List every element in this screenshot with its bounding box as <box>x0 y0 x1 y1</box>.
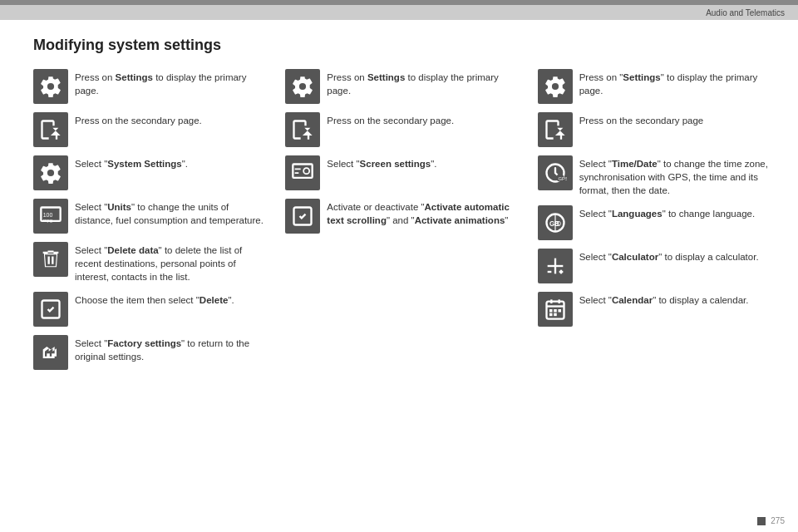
item-text: Activate or deactivate "Activate automat… <box>327 199 520 227</box>
item-text: Select "Time/Date" to change the time zo… <box>579 155 773 197</box>
list-item: Select "Factory settings" to return to t… <box>33 335 268 370</box>
units-icon: 100mpg <box>33 199 68 234</box>
svg-rect-23 <box>549 309 553 313</box>
list-item: Choose the item then select "Delete". <box>33 292 268 327</box>
item-text: Press on the secondary page <box>579 112 704 127</box>
secondary-page-icon <box>33 112 68 147</box>
list-item: Select "Calendar" to display a calendar. <box>538 292 773 327</box>
item-text: Select "System Settings". <box>75 155 188 170</box>
bottom-bar: 275 <box>757 516 785 525</box>
page-number: 275 <box>771 516 785 525</box>
svg-text:mpg: mpg <box>43 218 52 223</box>
secondary-page-icon-2 <box>285 112 320 147</box>
main-content: Modifying system settings Press on Setti… <box>0 20 798 532</box>
svg-rect-24 <box>554 309 557 313</box>
item-text: Press on "Settings" to display the prima… <box>579 69 773 97</box>
time-date-icon: GPS <box>538 155 573 190</box>
item-text: Press on Settings to display the primary… <box>75 69 268 97</box>
list-item: Select "Calculator" to display a calcula… <box>538 249 773 283</box>
item-text: Press on Settings to display the primary… <box>327 69 520 97</box>
delete-icon <box>33 242 68 277</box>
column-2: Press on Settings to display the primary… <box>285 69 520 370</box>
list-item: Activate or deactivate "Activate automat… <box>285 199 520 234</box>
header-bar: Audio and Telematics <box>0 5 798 20</box>
list-item: GPS Select "Time/Date" to change the tim… <box>538 155 773 197</box>
item-text: Choose the item then select "Delete". <box>75 292 234 307</box>
page-title: Modifying system settings <box>33 37 773 54</box>
list-item: Press on Settings to display the primary… <box>33 69 268 104</box>
secondary-page-icon-3 <box>538 112 573 147</box>
svg-text:GPS: GPS <box>558 176 567 181</box>
page-indicator <box>757 517 766 525</box>
languages-icon: GBD <box>538 205 573 240</box>
item-text: Select "Languages" to change language. <box>579 205 755 220</box>
list-item: Press on "Settings" to display the prima… <box>538 69 773 104</box>
item-text: Select "Factory settings" to return to t… <box>75 335 268 363</box>
activate-scroll-icon <box>285 199 320 234</box>
settings-icon-2 <box>285 69 320 104</box>
list-item: Select "Delete data" to delete the list … <box>33 242 268 283</box>
list-item: 100mpg Select "Units" to change the unit… <box>33 199 268 234</box>
item-text: Select "Calendar" to display a calendar. <box>579 292 749 307</box>
item-text: Select "Delete data" to delete the list … <box>75 242 268 283</box>
list-item: Press on the secondary page. <box>33 112 268 147</box>
calculator-icon <box>538 249 573 283</box>
calendar-icon <box>538 292 573 327</box>
list-item: Press on the secondary page <box>538 112 773 147</box>
system-settings-icon <box>33 155 68 190</box>
column-3: Press on "Settings" to display the prima… <box>538 69 773 370</box>
section-label: Audio and Telematics <box>706 8 785 17</box>
factory-icon <box>33 335 68 370</box>
screen-settings-icon <box>285 155 320 190</box>
svg-rect-25 <box>558 309 561 313</box>
list-item: GBD Select "Languages" to change languag… <box>538 205 773 240</box>
svg-rect-26 <box>549 313 553 317</box>
item-text: Press on the secondary page. <box>327 112 454 127</box>
svg-text:D: D <box>556 220 561 228</box>
svg-point-5 <box>303 168 309 174</box>
settings-icon-3 <box>538 69 573 104</box>
list-item: Select "Screen settings". <box>285 155 520 190</box>
svg-rect-27 <box>554 313 557 317</box>
item-text: Select "Units" to change the units of di… <box>75 199 268 227</box>
item-text: Select "Screen settings". <box>327 155 436 170</box>
list-item: Press on Settings to display the primary… <box>285 69 520 104</box>
list-item: Press on the secondary page. <box>285 112 520 147</box>
list-item: Select "System Settings". <box>33 155 268 190</box>
columns-container: Press on Settings to display the primary… <box>33 69 773 370</box>
item-text: Press on the secondary page. <box>75 112 202 127</box>
choose-delete-icon <box>33 292 68 327</box>
column-1: Press on Settings to display the primary… <box>33 69 268 370</box>
item-text: Select "Calculator" to display a calcula… <box>579 249 759 264</box>
settings-icon <box>33 69 68 104</box>
